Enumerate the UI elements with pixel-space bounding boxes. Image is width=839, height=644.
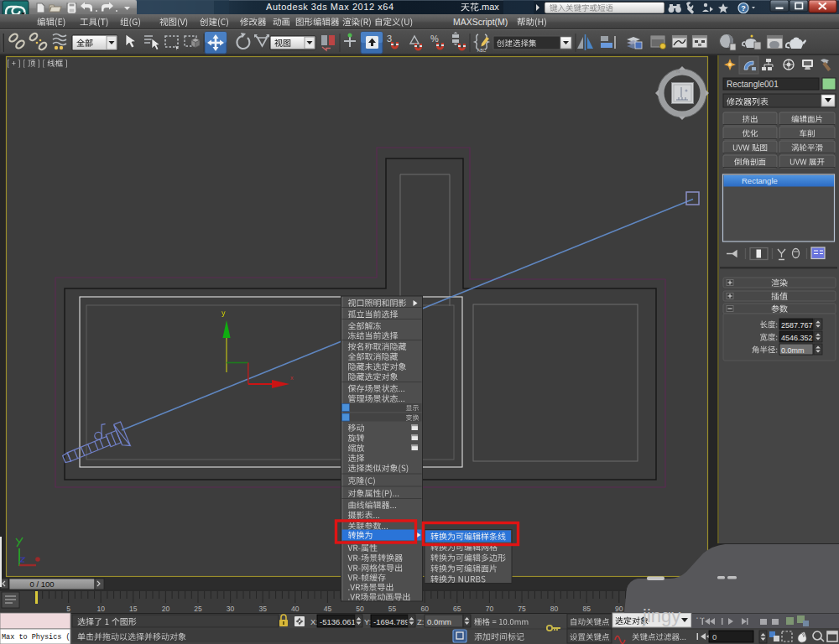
svg-text:ABC: ABC <box>477 48 487 53</box>
svg-text:0: 0 <box>712 632 717 641</box>
svg-text:85: 85 <box>582 605 591 613</box>
svg-text:90: 90 <box>615 605 623 613</box>
svg-text:Rectangle: Rectangle <box>742 176 778 185</box>
svg-text:0.0mm: 0.0mm <box>781 346 805 355</box>
svg-text:%: % <box>430 34 439 44</box>
svg-text:60: 60 <box>420 605 429 613</box>
svg-text:75: 75 <box>518 605 526 613</box>
svg-text:N: N <box>676 69 680 74</box>
svg-text:70: 70 <box>486 605 494 613</box>
svg-text:MAXScript(M): MAXScript(M) <box>453 17 508 27</box>
svg-text:-5136.061: -5136.061 <box>320 617 356 626</box>
svg-text:40: 40 <box>291 605 300 613</box>
svg-text:Rectangle001: Rectangle001 <box>727 80 779 89</box>
svg-text:Max to Physics (: Max to Physics ( <box>2 633 70 641</box>
svg-text:4546.352: 4546.352 <box>781 334 813 342</box>
svg-text:65: 65 <box>453 605 461 613</box>
svg-text:45: 45 <box>324 605 332 613</box>
svg-text:x: x <box>290 375 294 381</box>
svg-text:10: 10 <box>96 605 105 613</box>
svg-text:20: 20 <box>162 605 170 613</box>
svg-text:Autodesk 3ds Max 2012 x64: Autodesk 3ds Max 2012 x64 <box>266 2 394 12</box>
svg-text:2587.767: 2587.767 <box>781 321 813 330</box>
svg-text:0.0mm: 0.0mm <box>427 617 451 626</box>
svg-text:55: 55 <box>388 605 397 613</box>
svg-text:30: 30 <box>227 605 235 613</box>
svg-text:jingy: jingy <box>642 605 680 626</box>
svg-text:35: 35 <box>258 605 267 613</box>
svg-text:0 / 100: 0 / 100 <box>29 579 54 589</box>
svg-text:Z:: Z: <box>417 617 424 626</box>
svg-text:-1694.789: -1694.789 <box>373 617 409 626</box>
svg-text:50: 50 <box>356 605 364 613</box>
svg-text:.max: .max <box>479 2 499 12</box>
svg-text:25: 25 <box>194 605 202 613</box>
svg-text:80: 80 <box>550 605 559 613</box>
svg-text:...: ... <box>696 608 706 621</box>
svg-text:?: ? <box>741 4 746 13</box>
svg-text:5: 5 <box>66 605 70 613</box>
svg-text:Y:: Y: <box>364 617 371 626</box>
svg-text:15: 15 <box>129 605 138 613</box>
